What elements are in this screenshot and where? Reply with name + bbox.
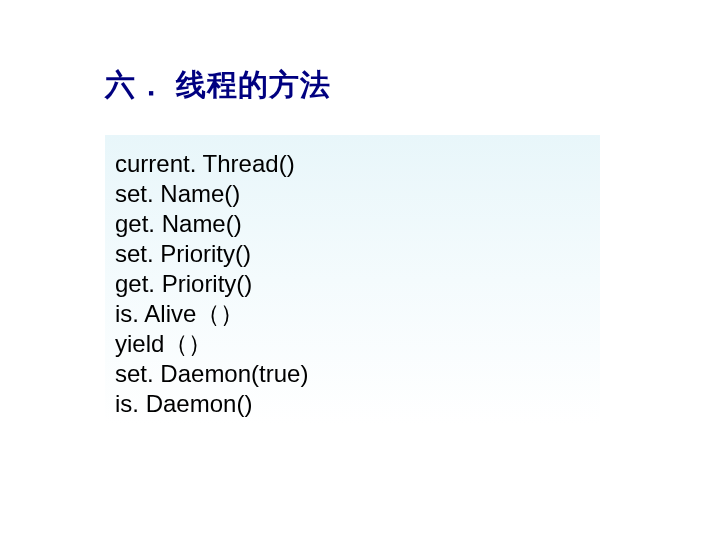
section-heading: 六． 线程的方法 <box>105 65 331 106</box>
method-item: is. Daemon() <box>115 389 590 419</box>
method-item: set. Priority() <box>115 239 590 269</box>
method-item: get. Priority() <box>115 269 590 299</box>
method-item: yield（） <box>115 329 590 359</box>
method-item: set. Name() <box>115 179 590 209</box>
methods-list-box: current. Thread() set. Name() get. Name(… <box>105 135 600 425</box>
method-item: is. Alive（） <box>115 299 590 329</box>
method-item: current. Thread() <box>115 149 590 179</box>
method-item: get. Name() <box>115 209 590 239</box>
method-item: set. Daemon(true) <box>115 359 590 389</box>
